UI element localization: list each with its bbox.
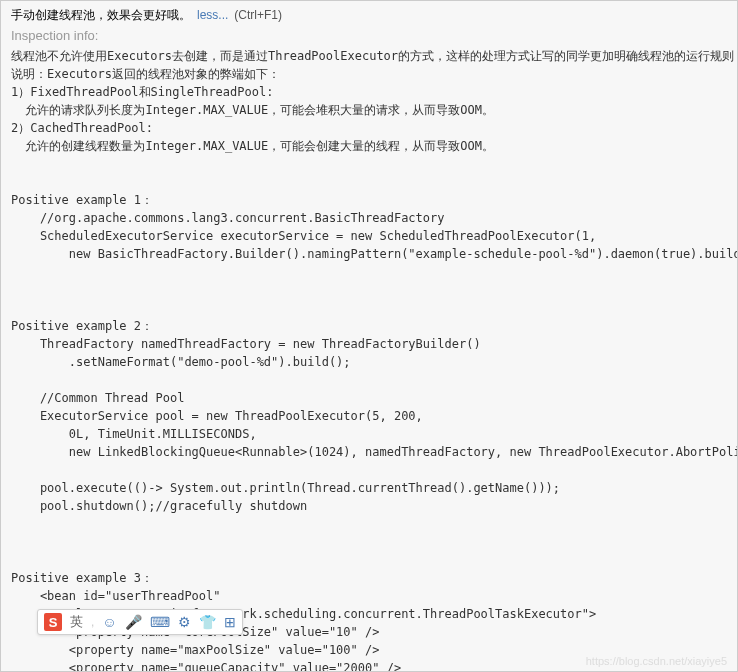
ime-separator: ,	[91, 615, 94, 629]
ime-logo-icon[interactable]: S	[44, 613, 62, 631]
tooltip-header: 手动创建线程池，效果会更好哦。 less... (Ctrl+F1)	[1, 1, 737, 26]
watermark-text: https://blog.csdn.net/xiayiye5	[586, 655, 727, 667]
inspection-title: 手动创建线程池，效果会更好哦。	[11, 7, 191, 24]
gear-icon[interactable]: ⚙	[178, 614, 191, 630]
shortcut-label: (Ctrl+F1)	[234, 8, 282, 22]
ime-toolbar: S 英 , ☺ 🎤 ⌨ ⚙ 👕 ⊞	[37, 609, 243, 635]
emoji-icon[interactable]: ☺	[102, 614, 116, 630]
mic-icon[interactable]: 🎤	[125, 614, 142, 630]
less-link[interactable]: less...	[197, 8, 228, 22]
keyboard-icon[interactable]: ⌨	[150, 614, 170, 630]
inspection-body: 线程池不允许使用Executors去创建，而是通过ThreadPoolExecu…	[1, 47, 737, 672]
ime-lang-toggle[interactable]: 英	[70, 613, 83, 631]
toolbox-icon[interactable]: ⊞	[224, 614, 236, 630]
skin-icon[interactable]: 👕	[199, 614, 216, 630]
inspection-info-label: Inspection info:	[1, 26, 737, 47]
